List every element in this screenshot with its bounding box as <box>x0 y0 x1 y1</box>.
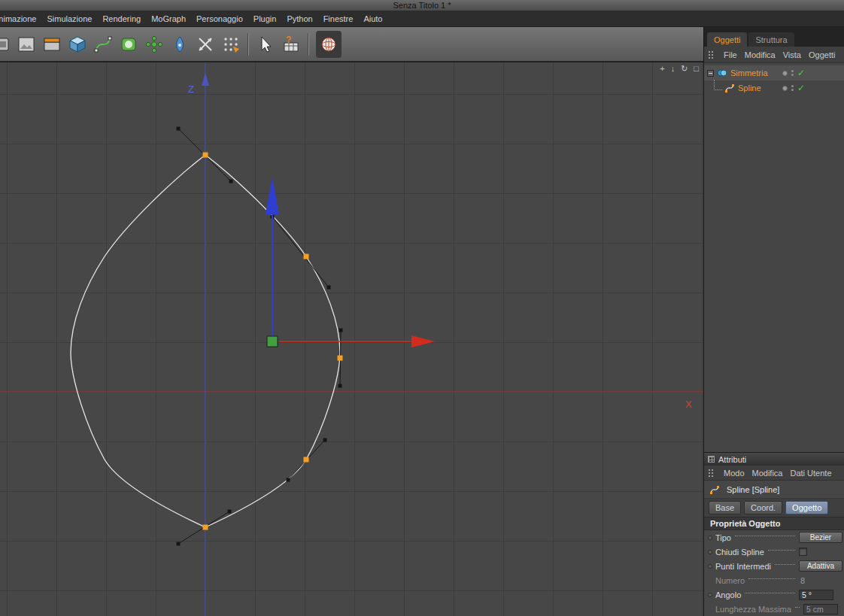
dotted-leader <box>795 607 800 608</box>
anim-dot-icon[interactable] <box>708 550 712 554</box>
menu-item-finestre[interactable]: Finestre <box>323 14 354 23</box>
attr-menu-dati-utente[interactable]: Dati Utente <box>791 469 832 478</box>
numero-value: 8 <box>799 576 805 585</box>
dotted-leader <box>735 536 795 536</box>
viewport-svg: Z X <box>0 62 703 616</box>
spline-control-point[interactable] <box>304 254 309 259</box>
visibility-dot-icon[interactable] <box>782 86 788 91</box>
menu-item-personaggio[interactable]: Personaggio <box>196 14 243 23</box>
attributes-title: Attributi <box>718 455 746 464</box>
spline-control-point[interactable] <box>338 356 343 361</box>
tab-oggetti[interactable]: Oggetti <box>707 32 747 47</box>
tab-struttura[interactable]: Struttura <box>748 32 794 47</box>
menu-item-plugin[interactable]: Plugin <box>254 14 277 23</box>
menu-item-mograph[interactable]: MoGraph <box>151 14 186 23</box>
visibility-toggles-icon[interactable] <box>791 85 794 91</box>
object-manager-menubar: File Modifica Vista Oggetti <box>704 47 844 63</box>
gizmo-x-arrow[interactable] <box>411 335 435 347</box>
lunghezza-massima-input[interactable]: 5 cm <box>803 604 838 614</box>
maximize-view-icon[interactable]: □ <box>694 63 699 74</box>
object-row-spline[interactable]: Spline ✓ <box>704 80 844 96</box>
snap-icon[interactable] <box>218 29 244 59</box>
spline-control-point[interactable] <box>203 153 208 158</box>
render-view-icon[interactable] <box>14 29 39 59</box>
section-header: Proprietà Oggetto <box>704 517 844 530</box>
angolo-input[interactable]: 5 ° <box>799 590 833 600</box>
tab-coord[interactable]: Coord. <box>744 501 782 514</box>
enabled-check-icon[interactable]: ✓ <box>797 83 805 93</box>
om-menu-vista[interactable]: Vista <box>783 50 801 59</box>
param-label: Punti Intermedi <box>715 562 771 571</box>
attr-menu-modo[interactable]: Modo <box>724 469 745 478</box>
object-name[interactable]: Simmetria <box>730 68 768 77</box>
tangent-handle[interactable] <box>323 438 327 442</box>
gizmo-z-arrow[interactable] <box>266 177 279 214</box>
menu-item-animazione[interactable]: Animazione <box>0 14 36 23</box>
panel-grip-icon[interactable] <box>708 469 715 477</box>
attributes-menubar: Modo Modifica Dati Utente <box>704 466 844 481</box>
tangent-handle[interactable] <box>327 286 331 290</box>
subdivision-surface-icon[interactable] <box>116 29 141 59</box>
spline-object-icon <box>709 484 721 495</box>
spline-control-point[interactable] <box>304 457 309 463</box>
spline-control-point[interactable] <box>203 525 208 530</box>
viewport-canvas[interactable]: Z X + ↓ ↻ □ <box>0 62 703 616</box>
tangent-handle[interactable] <box>339 329 343 332</box>
object-name[interactable]: Spline <box>738 83 761 93</box>
globe-icon[interactable] <box>316 31 342 58</box>
spline-mirrored-half[interactable] <box>71 155 205 527</box>
object-row-simmetria[interactable]: Simmetria ✓ <box>704 65 844 80</box>
anim-dot-icon[interactable] <box>708 564 712 569</box>
param-row-chiudi-spline: Chiudi Spline <box>704 545 844 559</box>
gizmo-center-handle[interactable] <box>267 336 278 347</box>
help-table-icon[interactable]: ? <box>278 29 304 59</box>
om-menu-modifica[interactable]: Modifica <box>745 50 776 59</box>
render-settings-icon[interactable] <box>39 29 65 59</box>
svg-text:?: ? <box>286 35 291 45</box>
punti-intermedi-dropdown[interactable]: Adattiva <box>799 560 842 572</box>
array-modeling-icon[interactable] <box>141 29 167 59</box>
expander-icon[interactable] <box>707 70 714 77</box>
tab-base[interactable]: Base <box>709 501 741 514</box>
app-window: Senza Titolo 1 * Animazione Simulazione … <box>0 0 844 616</box>
tangent-handle[interactable] <box>177 542 181 546</box>
anim-dot-icon[interactable] <box>708 536 712 540</box>
om-menu-oggetti[interactable]: Oggetti <box>809 50 835 59</box>
tab-oggetto[interactable]: Oggetto <box>785 501 828 514</box>
param-label: Angolo <box>715 590 741 599</box>
menu-item-rendering[interactable]: Rendering <box>102 14 141 23</box>
tree-branch-line <box>714 80 722 90</box>
tangent-handle[interactable] <box>229 180 233 184</box>
param-row-angolo: Angolo 5 ° <box>704 587 844 602</box>
rotate-view-icon[interactable]: ↻ <box>681 63 688 74</box>
spline-pen-icon[interactable] <box>90 29 116 59</box>
tangent-handle[interactable] <box>177 127 181 131</box>
pen-nib-icon[interactable] <box>167 29 193 59</box>
tipo-dropdown[interactable]: Bezier <box>799 532 842 543</box>
object-manager-panel: Oggetti Struttura File Modifica Vista Og… <box>703 27 844 452</box>
film-strip-icon[interactable] <box>0 29 14 59</box>
tangent-handle[interactable] <box>287 478 290 482</box>
dotted-leader <box>775 564 795 565</box>
dolly-view-icon[interactable]: ↓ <box>671 63 676 74</box>
cube-icon[interactable] <box>65 29 90 59</box>
anim-dot-icon[interactable] <box>708 593 712 597</box>
menu-item-python[interactable]: Python <box>287 14 312 23</box>
viewport-nav: + ↓ ↻ □ <box>660 63 699 74</box>
tangent-handle[interactable] <box>228 510 232 514</box>
chiudi-spline-checkbox[interactable] <box>799 548 807 556</box>
om-menu-file[interactable]: File <box>724 50 737 59</box>
pan-view-icon[interactable]: + <box>660 63 664 74</box>
menu-item-aiuto[interactable]: Aiuto <box>363 14 382 23</box>
panel-grip-icon[interactable] <box>708 50 715 59</box>
titlebar: Senza Titolo 1 * <box>0 0 844 11</box>
attr-menu-modifica[interactable]: Modifica <box>752 469 783 478</box>
enabled-check-icon[interactable]: ✓ <box>797 68 805 77</box>
visibility-toggles-icon[interactable] <box>791 70 794 76</box>
tangent-handle[interactable] <box>339 384 342 388</box>
visibility-dot-icon[interactable] <box>782 71 788 76</box>
toolbar: ? <box>0 27 703 62</box>
axis-swap-icon[interactable] <box>193 29 218 59</box>
menu-item-simulazione[interactable]: Simulazione <box>47 14 92 23</box>
cursor-icon[interactable] <box>253 29 278 59</box>
